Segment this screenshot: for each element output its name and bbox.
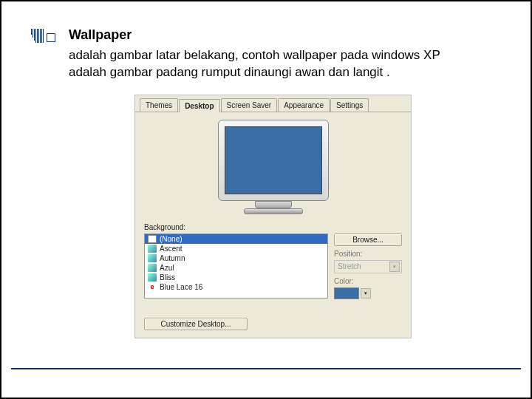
tab-settings[interactable]: Settings [330, 98, 369, 112]
customize-desktop-button[interactable]: Customize Desktop... [144, 318, 248, 330]
position-value: Stretch [338, 262, 361, 270]
list-item[interactable]: e Blue Lace 16 [145, 282, 327, 292]
image-icon [148, 264, 157, 272]
list-item[interactable]: Azul [145, 263, 327, 273]
list-item[interactable]: Bliss [145, 273, 327, 282]
background-label: Background: [144, 223, 402, 231]
slide-title: Wallpaper [69, 27, 501, 43]
color-swatch[interactable] [334, 287, 359, 299]
chevron-down-icon[interactable]: ▾ [361, 288, 371, 299]
position-dropdown[interactable]: Stretch ▾ [334, 260, 402, 273]
image-icon [148, 254, 157, 262]
list-item[interactable]: (None) [145, 234, 327, 244]
list-item-label: Azul [160, 264, 174, 272]
slide-description: adalah gambar latar belakang, contoh wal… [69, 47, 446, 81]
browse-button[interactable]: Browse... [334, 233, 402, 246]
position-label: Position: [334, 250, 402, 258]
wallpaper-preview [135, 112, 411, 220]
chevron-down-icon: ▾ [389, 262, 400, 272]
tab-themes[interactable]: Themes [140, 98, 178, 112]
list-item-label: Blue Lace 16 [160, 283, 202, 291]
list-item[interactable]: Autumn [145, 253, 327, 263]
color-label: Color: [334, 277, 402, 285]
image-icon [148, 273, 157, 282]
tab-screen-saver[interactable]: Screen Saver [221, 98, 278, 112]
monitor-icon [218, 120, 329, 216]
list-item-label: (None) [160, 235, 183, 243]
tab-desktop[interactable]: Desktop [179, 99, 219, 112]
list-item[interactable]: Ascent [145, 244, 327, 253]
list-item-label: Autumn [160, 254, 185, 262]
tab-appearance[interactable]: Appearance [278, 98, 330, 112]
image-icon [148, 245, 157, 253]
html-icon: e [148, 283, 157, 291]
bullet-icon [31, 29, 55, 43]
display-properties-dialog: Themes Desktop Screen Saver Appearance S… [134, 95, 412, 338]
tab-row: Themes Desktop Screen Saver Appearance S… [135, 95, 411, 112]
background-list[interactable]: (None) Ascent Autumn Azul [144, 233, 328, 299]
slide-divider [11, 368, 521, 369]
list-item-label: Bliss [160, 273, 175, 282]
none-icon [148, 235, 157, 243]
list-item-label: Ascent [160, 245, 183, 253]
